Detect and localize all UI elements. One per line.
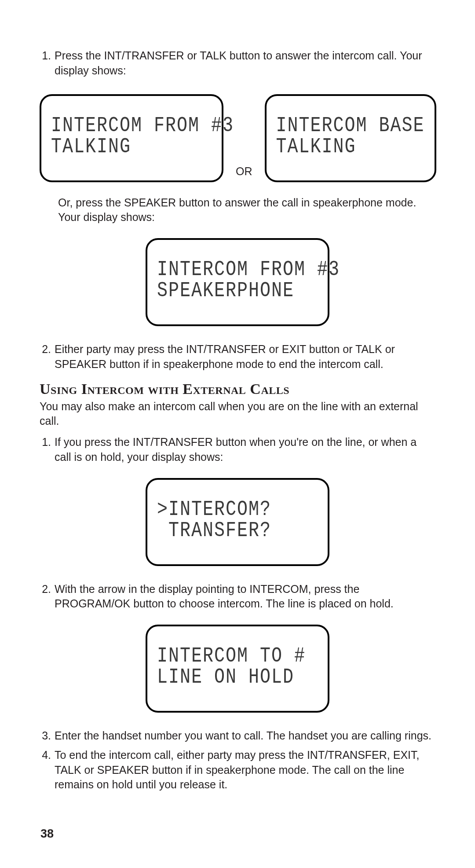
step-text: Either party may press the INT/TRANSFER … — [55, 342, 435, 372]
step-number: 4. — [40, 748, 55, 792]
section-intro: You may also make an intercom call when … — [40, 399, 435, 429]
display-row-1: INTERCOM FROM #3 TALKING OR INTERCOM BAS… — [40, 94, 435, 182]
lcd-display-right: INTERCOM BASE TALKING — [265, 94, 436, 182]
step-number: 1. — [40, 435, 55, 465]
lcd-display-speakerphone: INTERCOM FROM #3 SPEAKERPHONE — [146, 238, 329, 326]
step-text: With the arrow in the display pointing t… — [55, 582, 435, 612]
ext-step-1: 1. If you press the INT/TRANSFER button … — [40, 435, 435, 465]
or-label: OR — [236, 165, 252, 182]
section-heading: Using Intercom with External Calls — [40, 381, 435, 397]
ext-step-3: 3. Enter the handset number you want to … — [40, 728, 435, 743]
ext-step-2: 2. With the arrow in the display pointin… — [40, 582, 435, 612]
step-1: 1. Press the INT/TRANSFER or TALK button… — [40, 48, 435, 78]
lcd-display-left: INTERCOM FROM #3 TALKING — [40, 94, 223, 182]
step-1b-text: Or, press the SPEAKER button to answer t… — [58, 195, 435, 225]
lcd-display-line-on-hold: INTERCOM TO # LINE ON HOLD — [146, 625, 329, 713]
lcd-display-intercom-transfer: >INTERCOM? TRANSFER? — [146, 478, 329, 566]
page-number: 38 — [40, 827, 54, 841]
lcd-line: SPEAKERPHONE — [157, 278, 318, 304]
lcd-line: TRANSFER? — [157, 518, 318, 544]
step-text: If you press the INT/TRANSFER button whe… — [55, 435, 435, 465]
lcd-line: LINE ON HOLD — [157, 665, 318, 690]
step-number: 2. — [40, 342, 55, 372]
step-text: Press the INT/TRANSFER or TALK button to… — [55, 48, 435, 78]
step-number: 1. — [40, 48, 55, 78]
step-text: To end the intercom call, either party m… — [55, 748, 435, 792]
step-2: 2. Either party may press the INT/TRANSF… — [40, 342, 435, 372]
lcd-line: TALKING — [276, 134, 425, 160]
step-number: 2. — [40, 582, 55, 612]
ext-step-4: 4. To end the intercom call, either part… — [40, 748, 435, 792]
lcd-line: TALKING — [51, 134, 212, 160]
step-text: Enter the handset number you want to cal… — [55, 728, 435, 743]
step-number: 3. — [40, 728, 55, 743]
